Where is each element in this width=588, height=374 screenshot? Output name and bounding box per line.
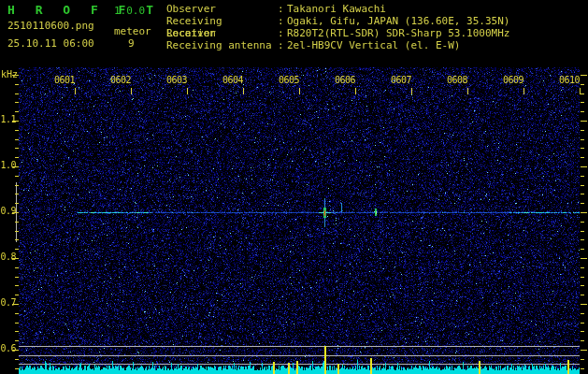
time-tick-label: 0608 [442,76,467,85]
freq-tick-label: 0.7 [0,298,16,308]
time-tick-label: 0606 [330,76,355,85]
freq-tick-label: 1.1 [0,115,16,124]
output-filename: 2510110600.png [7,21,94,31]
echo-count: 9 [128,38,135,49]
info-label: Receiving antenna [166,39,278,51]
info-row-observer: Observer : Takanori Kawachi [166,3,386,15]
time-tick-label: 0607 [386,76,411,85]
time-tick-label: 0605 [274,76,299,85]
spectrogram-canvas [0,0,588,374]
time-tick-label: 0604 [218,76,243,85]
info-colon: : [278,27,287,39]
freq-axis-unit-label: kHz [1,70,18,79]
info-colon: : [278,3,287,15]
info-row-antenna: Receiving antenna : 2el-HB9CV Vertical (… [166,39,460,51]
datetime-label: 25.10.11 06:00 [7,38,94,49]
hrofft-output-window: H R O F F T 1.0.0 2510110600.png meteor … [0,0,588,374]
info-value: 2el-HB9CV Vertical (el. E-W) [287,39,460,51]
info-label: Observer [166,3,278,15]
freq-tick-label: 0.8 [0,252,16,262]
time-tick-label: 0609 [498,76,523,85]
mode-label: meteor [114,26,151,36]
time-tick-label: 0602 [106,76,131,85]
info-row-receiver: Receiver : R820T2(RTL-SDR) SDR-Sharp 53.… [166,27,509,39]
freq-tick-label: 0.9 [0,207,16,216]
freq-tick-label: 1.0 [0,161,16,170]
time-tick-label: 0603 [162,76,187,85]
info-colon: : [278,39,287,51]
info-value: Takanori Kawachi [287,3,386,15]
info-label: Receiver [166,27,278,39]
info-value: R820T2(RTL-SDR) SDR-Sharp 53.1000MHz [287,27,509,39]
app-version: 1.0.0 [114,6,145,16]
freq-tick-label: 0.6 [0,344,16,353]
time-tick-label: 0610 [554,76,580,85]
time-tick-label: 0601 [50,76,75,85]
